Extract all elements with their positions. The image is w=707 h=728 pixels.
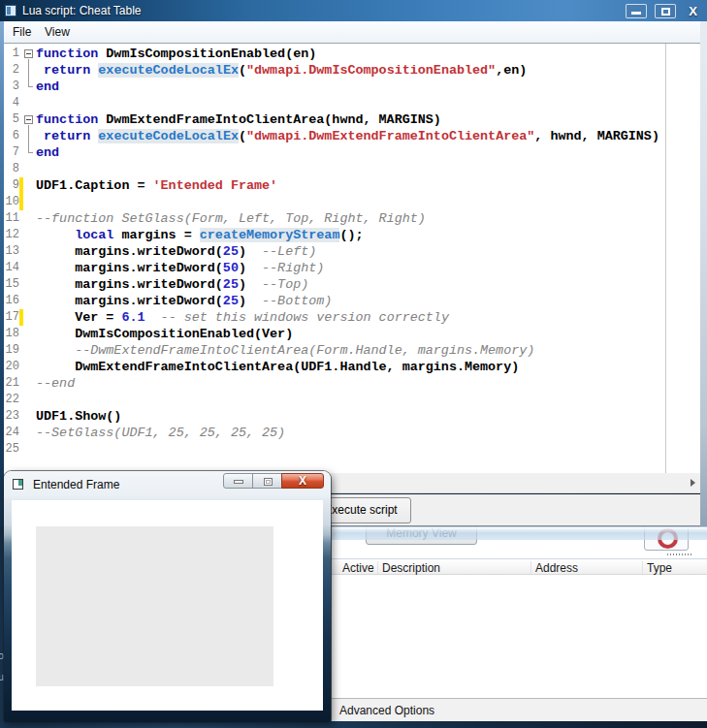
code-line[interactable]: 7end	[4, 144, 700, 161]
code-text: margins.writeDword(25) --Left)	[36, 243, 316, 260]
code-line[interactable]: 25	[4, 441, 700, 458]
window-title: Lua script: Cheat Table	[22, 4, 142, 17]
minimize-button[interactable]	[223, 473, 253, 489]
window-title: Entended Frame	[33, 478, 119, 491]
close-button[interactable]: X	[682, 4, 704, 18]
code-line[interactable]: 11--function SetGlass(Form, Left, Top, R…	[4, 210, 700, 227]
fold-marker[interactable]	[24, 115, 33, 124]
code-text: --DwmExtendFrameIntoClientArea(Form.Hand…	[36, 342, 534, 359]
line-number: 13	[4, 244, 19, 258]
code-text: margins.writeDword(50) --Right)	[36, 260, 324, 276]
code-text: return executeCodeLocalEx("dwmapi.DwmIsC…	[36, 62, 527, 79]
column-header-active[interactable]: Active	[342, 561, 374, 575]
fold-line	[28, 128, 29, 144]
change-marker	[19, 177, 23, 194]
code-line[interactable]: 8	[4, 161, 700, 177]
window-border-right	[700, 21, 707, 526]
code-line[interactable]: 15 margins.writeDword(25) --Top)	[4, 276, 700, 293]
lua-script-window: Lua script: Cheat Table X File View 1fun…	[0, 0, 707, 526]
line-number: 20	[4, 360, 19, 373]
code-line[interactable]: 14 margins.writeDword(50) --Right)	[4, 260, 700, 276]
code-text: end	[36, 79, 59, 95]
code-text: DwmExtendFrameIntoClientArea(UDF1.Handle…	[36, 359, 519, 375]
code-text: UDF1.Show()	[36, 408, 121, 425]
code-line[interactable]: 24--SetGlass(UDF1, 25, 25, 25, 25)	[4, 425, 700, 441]
code-line[interactable]: 13 margins.writeDword(25) --Left)	[4, 243, 700, 260]
close-button[interactable]: X	[281, 473, 324, 489]
code-line[interactable]: 3end	[4, 79, 700, 95]
column-separator	[377, 561, 378, 574]
code-editor[interactable]: 1function DwmIsCompositionEnabled(en)2 r…	[4, 44, 700, 473]
line-number: 5	[4, 112, 19, 126]
lua-titlebar[interactable]: Lua script: Cheat Table X	[0, 0, 707, 21]
minimize-icon	[234, 480, 243, 484]
code-line[interactable]: 5function DwmExtendFrameIntoClientArea(h…	[4, 111, 700, 128]
line-number: 1	[4, 47, 19, 60]
fold-marker[interactable]	[24, 49, 33, 58]
line-number: 4	[4, 96, 19, 110]
line-number: 12	[4, 228, 19, 241]
code-text: function DwmIsCompositionEnabled(en)	[36, 46, 316, 62]
code-line[interactable]: 20 DwmExtendFrameIntoClientArea(UDF1.Han…	[4, 359, 700, 375]
code-text: margins.writeDword(25) --Bottom)	[36, 293, 332, 309]
code-line[interactable]: 10	[4, 194, 700, 210]
close-icon: X	[682, 4, 704, 18]
code-text: local margins = createMemoryStream();	[36, 227, 364, 243]
code-text: end	[36, 144, 59, 161]
line-number: 15	[4, 277, 19, 291]
code-text: Ver = 6.1 -- set this windows version co…	[36, 309, 449, 326]
line-number: 10	[4, 195, 19, 208]
line-number: 8	[4, 162, 19, 175]
maximize-button[interactable]	[252, 473, 282, 489]
code-text: function DwmExtendFrameIntoClientArea(hw…	[36, 111, 441, 128]
menu-bar: File View	[4, 21, 700, 44]
minimize-icon	[631, 12, 641, 15]
minimize-button[interactable]	[626, 4, 647, 18]
code-text: --SetGlass(UDF1, 25, 25, 25, 25)	[36, 425, 285, 441]
address-list-header: ActiveDescriptionAddressType	[332, 558, 707, 575]
menu-file[interactable]: File	[13, 25, 31, 39]
code-text: --end	[36, 375, 75, 392]
line-number: 19	[4, 343, 19, 357]
code-line[interactable]: 18 DwmIsCompositionEnabled(Ver)	[4, 326, 700, 342]
code-line[interactable]: 2 return executeCodeLocalEx("dwmapi.DwmI…	[4, 62, 700, 79]
cheat-engine-main-window: Memory View ActiveDescriptionAddressType…	[331, 526, 707, 721]
line-number: 9	[4, 178, 19, 192]
code-line[interactable]: 21--end	[4, 375, 700, 392]
code-line[interactable]: 22	[4, 392, 700, 408]
column-header-type[interactable]: Type	[647, 561, 672, 575]
scroll-right-arrow-icon[interactable]	[691, 479, 695, 487]
line-number: 17	[4, 310, 19, 324]
column-header-address[interactable]: Address	[535, 561, 578, 575]
advanced-options-bar[interactable]: Advanced Options	[332, 698, 707, 721]
line-number: 18	[4, 327, 19, 340]
code-line[interactable]: 17 Ver = 6.1 -- set this windows version…	[4, 309, 700, 326]
close-icon: X	[282, 474, 323, 489]
code-line[interactable]: 6 return executeCodeLocalEx("dwmapi.DwmE…	[4, 128, 700, 144]
code-line[interactable]: 19 --DwmExtendFrameIntoClientArea(Form.H…	[4, 342, 700, 359]
code-line[interactable]: 9UDF1.Caption = 'Entended Frame'	[4, 177, 700, 194]
line-number: 21	[4, 376, 19, 390]
code-line[interactable]: 4	[4, 95, 700, 111]
code-line[interactable]: 16 margins.writeDword(25) --Bottom)	[4, 293, 700, 309]
line-number: 23	[4, 409, 19, 423]
line-number: 2	[4, 63, 19, 77]
line-number: 16	[4, 294, 19, 307]
code-line[interactable]: 12 local margins = createMemoryStream();	[4, 227, 700, 243]
column-header-description[interactable]: Description	[382, 561, 440, 575]
code-text: return executeCodeLocalEx("dwmapi.DwmExt…	[36, 128, 659, 144]
maximize-button[interactable]	[655, 4, 676, 18]
window-icon	[5, 5, 16, 16]
code-line[interactable]: 1function DwmIsCompositionEnabled(en)	[4, 46, 700, 62]
ce-glass-band	[332, 526, 707, 540]
window-client-area	[12, 500, 323, 711]
line-number: 24	[4, 426, 19, 439]
menu-view[interactable]: View	[45, 25, 70, 39]
column-separator	[642, 561, 643, 574]
splitter-handle[interactable]	[667, 554, 693, 555]
line-number: 11	[4, 211, 19, 225]
fold-line-end	[29, 152, 33, 153]
line-number: 3	[4, 79, 19, 93]
maximize-icon	[661, 8, 670, 16]
code-line[interactable]: 23UDF1.Show()	[4, 408, 700, 425]
